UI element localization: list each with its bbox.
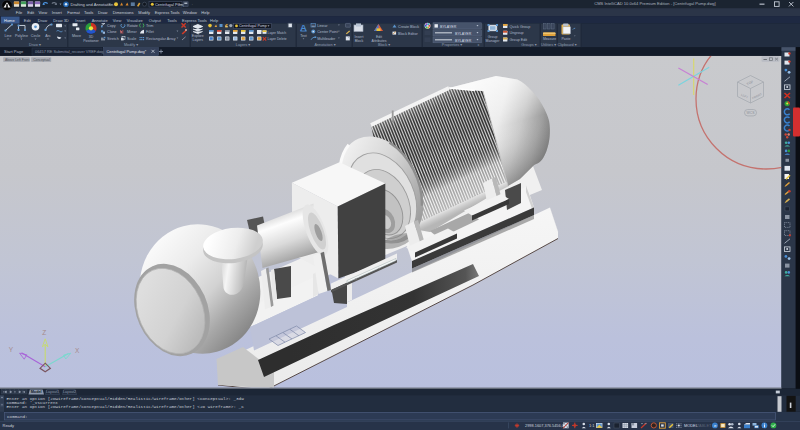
svg-text:Dimensions: Dimensions xyxy=(113,10,134,15)
svg-text:Format: Format xyxy=(67,10,81,15)
svg-text:View: View xyxy=(113,18,122,23)
svg-text:Properties ▾: Properties ▾ xyxy=(442,43,462,47)
svg-text:Layers: Layers xyxy=(193,38,204,42)
svg-text:Window: Window xyxy=(183,10,197,15)
svg-text:Command:: Command: xyxy=(7,414,28,419)
svg-text:Trim: Trim xyxy=(146,24,153,28)
svg-text:Express Tools: Express Tools xyxy=(182,18,207,23)
svg-text:Insert: Insert xyxy=(52,10,63,15)
svg-text:Mirror: Mirror xyxy=(127,30,137,34)
svg-text:View: View xyxy=(39,10,48,15)
svg-text:Home: Home xyxy=(4,18,15,23)
svg-text:Model: Model xyxy=(31,390,42,394)
svg-text:Clipboard ▾: Clipboard ▾ xyxy=(557,43,576,47)
svg-text:Quick Group: Quick Group xyxy=(510,25,531,29)
svg-text:1:1: 1:1 xyxy=(589,423,595,428)
svg-text:Measure: Measure xyxy=(543,37,556,41)
svg-text:·: · xyxy=(192,2,193,7)
svg-text:Group Edit: Group Edit xyxy=(510,38,528,42)
svg-text:Clone: Clone xyxy=(107,30,117,34)
svg-text:TABLET: TABLET xyxy=(697,423,712,428)
svg-text:BYLAYER: BYLAYER xyxy=(455,32,472,36)
svg-text:Create Block: Create Block xyxy=(398,25,419,29)
svg-text:x: x xyxy=(478,43,480,47)
svg-text:Ready: Ready xyxy=(3,423,15,428)
svg-text:Draw: Draw xyxy=(98,10,107,15)
svg-text:Enter an option [2DWireframe/C: Enter an option [2DWireframe/Conceptual/… xyxy=(7,404,245,409)
svg-text:Help: Help xyxy=(201,10,210,15)
svg-text:Start Page: Start Page xyxy=(4,49,24,54)
svg-text:Arc: Arc xyxy=(45,34,51,38)
svg-text:Line: Line xyxy=(5,34,12,38)
svg-text:Rectangular Array: Rectangular Array xyxy=(146,37,176,41)
svg-text:Annotate: Annotate xyxy=(92,18,109,23)
svg-text:Fillet: Fillet xyxy=(146,30,154,34)
svg-text:BYLAYER: BYLAYER xyxy=(455,39,472,43)
svg-text:Centrifugal Pump: Centrifugal Pump xyxy=(155,2,185,7)
svg-text:Edit: Edit xyxy=(27,10,35,15)
svg-text:Output: Output xyxy=(149,18,162,23)
svg-text:Block: Block xyxy=(355,39,364,43)
svg-text:Positioner: Positioner xyxy=(83,39,99,43)
svg-text:Utilities ▾: Utilities ▾ xyxy=(541,43,556,47)
svg-text:Manager: Manager xyxy=(486,39,501,43)
svg-text:Linear: Linear xyxy=(317,24,328,28)
svg-text:Ungroup: Ungroup xyxy=(510,31,524,35)
svg-text:Block ▾: Block ▾ xyxy=(378,43,390,47)
svg-text:Block Editor: Block Editor xyxy=(398,32,418,36)
svg-text:Groups ▾: Groups ▾ xyxy=(521,43,537,47)
svg-text:Centrifugal Pump.dwg*: Centrifugal Pump.dwg* xyxy=(107,49,147,54)
svg-text:Center Point: Center Point xyxy=(317,30,338,34)
svg-text:06457 RE Submittal_recover VRE: 06457 RE Submittal_recover VREF.dwg* xyxy=(35,49,106,54)
svg-text:Help: Help xyxy=(210,18,219,23)
svg-text:Layout2: Layout2 xyxy=(63,390,76,394)
svg-text:Express Tools: Express Tools xyxy=(155,10,180,15)
svg-text:Move: Move xyxy=(72,34,81,38)
svg-text:Polyline: Polyline xyxy=(15,34,28,38)
svg-text:Layout1: Layout1 xyxy=(46,390,59,394)
svg-text:Draw 3D: Draw 3D xyxy=(53,18,69,23)
svg-text:X: X xyxy=(75,347,80,354)
svg-text:Modify ▾: Modify ▾ xyxy=(124,43,138,47)
svg-text:Copy: Copy xyxy=(107,24,116,28)
svg-text:Annotation ▾: Annotation ▾ xyxy=(314,43,335,47)
svg-text:Paste: Paste xyxy=(562,37,571,41)
svg-text:File: File xyxy=(16,10,23,15)
svg-text:Layer Delete: Layer Delete xyxy=(268,37,287,41)
svg-text:Tools: Tools xyxy=(167,18,176,23)
svg-text:Drafting and Annotation: Drafting and Annotation xyxy=(71,2,115,7)
svg-text:Tools: Tools xyxy=(84,10,93,15)
svg-text:Multileader: Multileader xyxy=(317,37,336,41)
svg-text:Scale: Scale xyxy=(127,37,136,41)
svg-text:Centrifugal Pump: Centrifugal Pump xyxy=(239,24,267,28)
svg-text:Y: Y xyxy=(9,346,14,353)
svg-text:WCS: WCS xyxy=(747,111,756,115)
svg-text:Layer Match: Layer Match xyxy=(268,31,287,35)
svg-text:Stretch: Stretch xyxy=(107,37,119,41)
svg-text:Text: Text xyxy=(300,34,306,38)
svg-text:Edit: Edit xyxy=(24,18,32,23)
svg-text:2998.1607,376.5456,0: 2998.1607,376.5456,0 xyxy=(525,423,565,428)
svg-text:Attributes: Attributes xyxy=(372,39,387,43)
svg-text:BYLAYER: BYLAYER xyxy=(440,25,457,29)
svg-text:Rotate: Rotate xyxy=(127,24,138,28)
svg-text:Layers ▾: Layers ▾ xyxy=(236,43,250,47)
svg-text:Draw: Draw xyxy=(38,18,47,23)
svg-text:Draw ▾: Draw ▾ xyxy=(29,43,41,47)
svg-text:Conceptual: Conceptual xyxy=(33,58,50,62)
svg-text:Visualize: Visualize xyxy=(127,18,144,23)
svg-text:Modify: Modify xyxy=(138,10,150,15)
svg-text:Insert: Insert xyxy=(75,18,86,23)
svg-text:Z: Z xyxy=(42,329,46,336)
svg-text:CMS IntelliCAD 10.0x64 Premium: CMS IntelliCAD 10.0x64 Premium Edition -… xyxy=(594,1,716,6)
svg-text:Above Left Front: Above Left Front xyxy=(5,58,29,62)
svg-text:Circle: Circle xyxy=(31,34,40,38)
